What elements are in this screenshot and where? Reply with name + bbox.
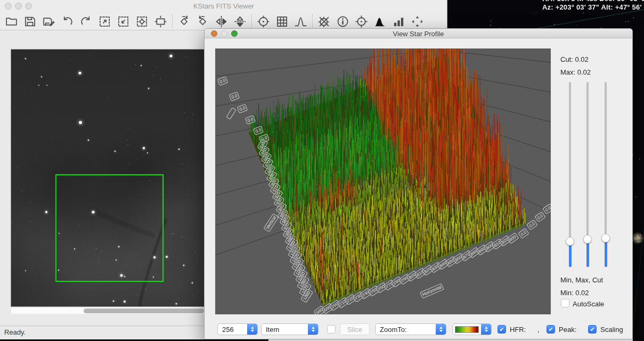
- toolbar-separator: [251, 14, 252, 28]
- toolbar-separator: [172, 14, 173, 28]
- window-title: View Star Profile: [205, 30, 632, 38]
- max-slider[interactable]: [583, 79, 592, 272]
- hfr-label: HFR:: [510, 326, 526, 334]
- flip-horizontal-icon[interactable]: [215, 15, 227, 28]
- color-gradient-swatch: [455, 326, 479, 333]
- open-file-icon[interactable]: [5, 15, 18, 28]
- scrollbar-thumb[interactable]: [84, 308, 204, 313]
- window-title: KStars FITS Viewer: [0, 2, 447, 10]
- image-info-icon[interactable]: [337, 15, 349, 28]
- pan-mode-icon[interactable]: [411, 15, 423, 28]
- center-telescope-icon[interactable]: [355, 15, 368, 28]
- min-value-label: Min: 0.02: [560, 289, 589, 297]
- horizontal-scrollbar[interactable]: [11, 307, 204, 314]
- slider-handle[interactable]: [583, 235, 592, 243]
- redo-icon[interactable]: [80, 15, 92, 28]
- sky-coordinate-line-2: Az: +203° 03' 37" Alt: +47° 56' 5: [542, 3, 644, 11]
- histogram-icon[interactable]: [374, 15, 386, 28]
- sliders-caption: Min, Max, Cut: [560, 276, 603, 284]
- view-star-profile-window: View Star Profile 0.00.00.00.00.00.08408…: [204, 28, 633, 339]
- zoom-out-icon[interactable]: [117, 15, 129, 28]
- slider-fill: [605, 238, 607, 267]
- scaling-label: Scaling: [600, 326, 623, 334]
- fits-image-frame: [11, 49, 204, 307]
- peak-checkbox[interactable]: ✔: [547, 325, 555, 334]
- flip-vertical-icon[interactable]: [234, 15, 246, 28]
- scaling-checkbox[interactable]: ✔: [588, 325, 597, 334]
- undo-icon[interactable]: [61, 15, 74, 28]
- toggle-crosshair-icon[interactable]: [318, 15, 330, 28]
- hfr-checkbox[interactable]: ✔: [498, 325, 506, 334]
- actual-size-icon[interactable]: [154, 15, 167, 28]
- toolbar-group-file: [5, 15, 167, 28]
- sample-count-spinbox[interactable]: 256: [217, 323, 258, 335]
- fits-toolbar: [0, 13, 447, 30]
- fits-viewer-titlebar[interactable]: KStars FITS Viewer: [0, 0, 447, 12]
- star-selection-rectangle[interactable]: [55, 174, 164, 282]
- sky-coordinates-clipped: RA: 16h 5 m 48s Dec: 16° 03' 0: [541, 0, 644, 3]
- toolbar-group-analysis: [257, 15, 307, 28]
- toolbar-group-tools: [318, 15, 423, 28]
- item-combobox[interactable]: Item: [261, 323, 319, 335]
- zoomto-value: ZoomTo:: [376, 326, 436, 334]
- statusbar-text: Ready.: [4, 328, 26, 336]
- color-gradient-combobox[interactable]: [452, 323, 492, 335]
- sample-count-value: 256: [218, 326, 247, 334]
- star-profile-3d-plot[interactable]: 0.00.00.00.00.00.08408508608708808909009…: [215, 48, 551, 314]
- save-file-icon[interactable]: [24, 15, 36, 28]
- fits-image-panel: [0, 30, 204, 341]
- cut-slider[interactable]: [601, 79, 610, 272]
- statistics-icon[interactable]: [393, 15, 405, 28]
- rotate-right-icon[interactable]: [178, 15, 190, 28]
- comma-text: ,: [537, 326, 540, 334]
- peak-label: Peak:: [559, 326, 576, 334]
- stepper-icon[interactable]: [308, 323, 318, 335]
- slice-checkbox[interactable]: [327, 325, 336, 334]
- max-value-label: Max: 0.02: [560, 68, 591, 76]
- zoom-in-icon[interactable]: [99, 15, 111, 28]
- slider-handle[interactable]: [601, 234, 610, 242]
- toolbar-group-transform: [178, 15, 246, 28]
- slice-button[interactable]: Slice: [340, 323, 370, 335]
- star-profile-icon[interactable]: [295, 15, 307, 28]
- screen: RA: 16h 5 m 48s Dec: 16° 03' 0 Az: +203°…: [0, 0, 644, 341]
- min-slider[interactable]: [566, 79, 574, 272]
- toolbar-separator: [312, 14, 313, 28]
- item-value: Item: [262, 326, 308, 334]
- autoscale-checkbox[interactable]: [561, 299, 569, 307]
- zoom-to-fit-icon[interactable]: [136, 15, 148, 28]
- sky-coordinate-line-1: RA: 16h 5 m 48s Dec: 16° 03' 0: [542, 0, 644, 3]
- rotate-left-icon[interactable]: [197, 15, 209, 28]
- zoomto-combobox[interactable]: ZoomTo:: [375, 323, 446, 335]
- slider-handle[interactable]: [566, 237, 574, 246]
- mark-stars-icon[interactable]: [257, 15, 270, 28]
- 3d-surface-canvas[interactable]: [215, 48, 551, 314]
- stepper-icon[interactable]: [481, 323, 491, 335]
- profile-titlebar[interactable]: View Star Profile: [205, 29, 632, 38]
- cut-value-label: Cut: 0.02: [560, 55, 589, 63]
- stepper-icon[interactable]: [436, 323, 446, 335]
- pixel-grid-icon[interactable]: [276, 15, 288, 28]
- save-file-as-icon[interactable]: [43, 15, 55, 28]
- autoscale-label: AutoScale: [573, 300, 604, 308]
- stepper-icon[interactable]: [247, 323, 257, 335]
